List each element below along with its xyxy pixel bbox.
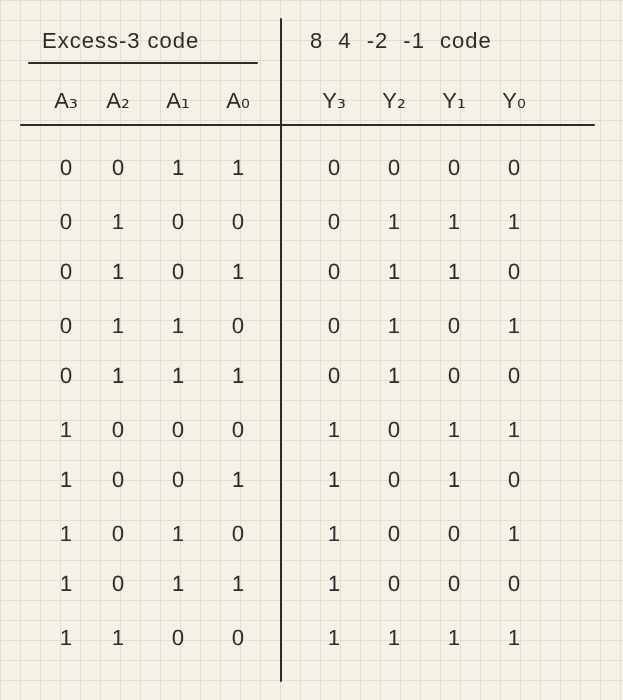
cell-Y2: 0 (372, 455, 416, 505)
cell-A0: 1 (216, 247, 260, 297)
cell-A0: 1 (216, 143, 260, 193)
header-A0: A₀ (216, 88, 260, 124)
cell-A3: 1 (44, 405, 89, 455)
cell-A2: 0 (96, 559, 140, 609)
cell-A3: 0 (44, 247, 88, 297)
cell-Y2: 0 (372, 509, 417, 559)
column-headers: A₃ A₂ A₁ A₀ Y₃ Y₂ Y₁ Y₀ (0, 88, 623, 124)
cell-Y2: 1 (372, 247, 416, 297)
cell-Y3: 1 (312, 405, 357, 455)
table-row: 10011010 (0, 456, 623, 506)
cell-Y0: 1 (492, 301, 537, 351)
table-row: 01110100 (0, 352, 623, 402)
cell-Y3: 1 (312, 509, 357, 559)
cell-A3: 0 (44, 143, 88, 193)
cell-Y0: 0 (492, 559, 536, 609)
cell-A0: 0 (216, 613, 261, 663)
header-Y1: Y₁ (432, 88, 476, 124)
header-Y3: Y₃ (312, 88, 356, 124)
cell-A1: 1 (156, 143, 200, 193)
cell-Y3: 1 (312, 455, 356, 505)
cell-A1: 0 (156, 247, 200, 297)
cell-A0: 0 (216, 197, 261, 247)
table-row: 00110000 (0, 144, 623, 194)
cell-Y3: 0 (312, 247, 356, 297)
cell-Y1: 0 (432, 143, 476, 193)
cell-A3: 1 (44, 559, 88, 609)
header-A1: A₁ (156, 88, 200, 124)
cell-Y1: 0 (432, 301, 477, 351)
cell-Y1: 0 (432, 351, 476, 401)
header-A3: A₃ (44, 88, 88, 124)
cell-Y0: 0 (492, 143, 536, 193)
cell-A3: 0 (44, 301, 89, 351)
cell-Y3: 1 (312, 559, 356, 609)
cell-Y3: 0 (312, 301, 357, 351)
cell-Y3: 0 (312, 143, 356, 193)
cell-Y2: 1 (372, 301, 417, 351)
table-body: 0011000001000111010101100110010101110100… (0, 144, 623, 670)
cell-A0: 1 (216, 559, 260, 609)
cell-A0: 0 (216, 405, 261, 455)
table-row: 10001011 (0, 404, 623, 454)
header-A2: A₂ (96, 88, 140, 124)
table-row: 10101001 (0, 508, 623, 558)
cell-A2: 1 (96, 613, 141, 663)
cell-A1: 1 (156, 559, 200, 609)
cell-Y0: 0 (492, 455, 536, 505)
cell-A2: 1 (96, 247, 140, 297)
header-underline (20, 124, 595, 126)
cell-A2: 0 (96, 405, 141, 455)
cell-A1: 1 (156, 301, 201, 351)
table-row: 10111000 (0, 560, 623, 610)
header-Y0: Y₀ (492, 88, 536, 124)
table-row: 01100101 (0, 300, 623, 350)
cell-Y2: 1 (372, 351, 416, 401)
cell-A3: 1 (44, 613, 89, 663)
cell-A0: 0 (216, 301, 261, 351)
cell-A0: 1 (216, 351, 260, 401)
cell-Y1: 0 (432, 559, 476, 609)
handwritten-table: { "titles": { "left": "Excess-3 code", "… (0, 0, 623, 700)
cell-A2: 1 (96, 301, 141, 351)
cell-A0: 1 (216, 455, 260, 505)
cell-Y0: 1 (492, 613, 537, 663)
cell-Y2: 0 (372, 559, 416, 609)
cell-A2: 1 (96, 351, 140, 401)
cell-A0: 0 (216, 509, 261, 559)
cell-Y3: 0 (312, 351, 356, 401)
cell-Y1: 1 (432, 613, 477, 663)
cell-Y2: 1 (372, 613, 417, 663)
table-row: 11001111 (0, 612, 623, 662)
cell-Y2: 0 (372, 143, 416, 193)
left-title: Excess-3 code (42, 28, 199, 54)
right-title: 8 4 -2 -1 code (310, 28, 492, 54)
cell-Y1: 1 (432, 197, 477, 247)
cell-Y2: 1 (372, 197, 417, 247)
cell-A2: 1 (96, 197, 141, 247)
cell-Y3: 0 (312, 197, 357, 247)
cell-A3: 1 (44, 455, 88, 505)
cell-A2: 0 (96, 455, 140, 505)
cell-A3: 0 (44, 197, 89, 247)
cell-A2: 0 (96, 509, 141, 559)
table-row: 01000111 (0, 196, 623, 246)
header-Y2: Y₂ (372, 88, 416, 124)
cell-A3: 0 (44, 351, 88, 401)
left-title-underline (28, 62, 258, 64)
cell-Y1: 1 (432, 247, 476, 297)
cell-Y3: 1 (312, 613, 357, 663)
cell-Y0: 1 (492, 509, 537, 559)
cell-Y0: 0 (492, 351, 536, 401)
cell-A1: 0 (156, 405, 201, 455)
cell-A1: 0 (156, 197, 201, 247)
cell-A1: 1 (156, 509, 201, 559)
cell-Y2: 0 (372, 405, 417, 455)
cell-A3: 1 (44, 509, 89, 559)
cell-Y0: 1 (492, 197, 537, 247)
cell-A1: 0 (156, 455, 200, 505)
cell-Y1: 1 (432, 405, 477, 455)
cell-A2: 0 (96, 143, 140, 193)
cell-Y1: 0 (432, 509, 477, 559)
cell-Y0: 0 (492, 247, 536, 297)
